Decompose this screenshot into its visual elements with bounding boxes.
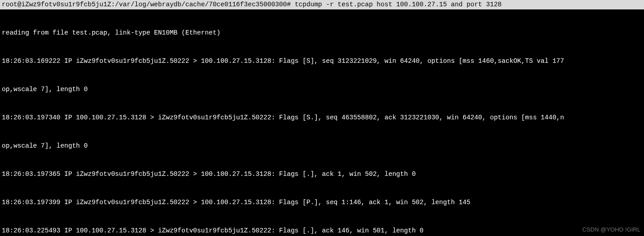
terminal-window[interactable]: root@iZwz9fotv0su1r9fcb5ju1Z:/var/log/we… xyxy=(0,0,644,236)
prompt-user-host: root@iZwz9fotv0su1r9fcb5ju1Z xyxy=(2,1,111,8)
csdn-watermark: CSDN @YOHO !GIRL xyxy=(583,225,641,234)
terminal-output[interactable]: reading from file test.pcap, link-type E… xyxy=(0,9,644,236)
terminal-titlebar: root@iZwz9fotv0su1r9fcb5ju1Z:/var/log/we… xyxy=(0,0,644,9)
output-line: 18:26:03.197340 IP 100.100.27.15.3128 > … xyxy=(2,113,642,122)
output-line: 18:26:03.197365 IP iZwz9fotv0su1r9fcb5ju… xyxy=(2,170,642,179)
command-text: tcpdump -r test.pcap host 100.100.27.15 … xyxy=(295,1,502,8)
prompt-suffix: # xyxy=(287,1,291,8)
output-line: 18:26:03.197399 IP iZwz9fotv0su1r9fcb5ju… xyxy=(2,198,642,207)
prompt-path: /var/log/webraydb/cache/70ce0116f3ec3500… xyxy=(115,1,287,8)
output-line: 18:26:03.225493 IP 100.100.27.15.3128 > … xyxy=(2,226,642,236)
output-line: op,wscale 7], length 0 xyxy=(2,141,642,151)
output-header: reading from file test.pcap, link-type E… xyxy=(2,28,642,38)
output-line: 18:26:03.169222 IP iZwz9fotv0su1r9fcb5ju… xyxy=(2,57,642,66)
output-line: op,wscale 7], length 0 xyxy=(2,85,642,94)
